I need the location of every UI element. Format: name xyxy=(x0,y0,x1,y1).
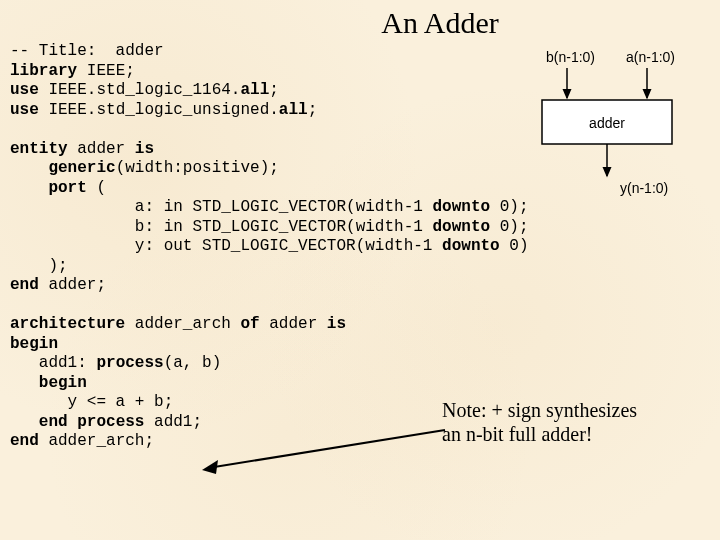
kw: begin xyxy=(10,335,58,353)
kw: downto xyxy=(432,218,490,236)
kw: use xyxy=(10,81,39,99)
kw: use xyxy=(10,101,39,119)
tok: ); xyxy=(10,257,68,275)
annotation-note: Note: + sign synthesizes an n-bit full a… xyxy=(442,398,702,446)
tok: IEEE.std_logic_unsigned. xyxy=(39,101,279,119)
tok: y: out STD_LOGIC_VECTOR(width-1 xyxy=(10,237,442,255)
kw: end process xyxy=(39,413,145,431)
note-line: an n-bit full adder! xyxy=(442,423,593,445)
tok: add1: xyxy=(10,354,96,372)
tok: (a, b) xyxy=(164,354,222,372)
kw: process xyxy=(96,354,163,372)
tok: 0) xyxy=(500,237,529,255)
kw: all xyxy=(240,81,269,99)
tok: ( xyxy=(87,179,106,197)
kw: begin xyxy=(39,374,87,392)
kw: generic xyxy=(48,159,115,177)
kw: of xyxy=(240,315,259,333)
tok: IEEE.std_logic_1164. xyxy=(39,81,241,99)
tok: adder_arch; xyxy=(39,432,154,450)
tok xyxy=(10,374,39,392)
tok: add1; xyxy=(144,413,202,431)
tok: (width:positive); xyxy=(116,159,279,177)
kw: all xyxy=(279,101,308,119)
kw: is xyxy=(327,315,346,333)
tok: IEEE; xyxy=(77,62,135,80)
page-title: An Adder xyxy=(0,0,720,42)
note-line: Note: + sign synthesizes xyxy=(442,399,637,421)
kw: library xyxy=(10,62,77,80)
tok: ; xyxy=(308,101,318,119)
tok: a: in STD_LOGIC_VECTOR(width-1 xyxy=(10,198,432,216)
kw: entity xyxy=(10,140,68,158)
tok: adder; xyxy=(39,276,106,294)
adder-block-diagram: b(n-1:0) a(n-1:0) adder y(n-1:0) xyxy=(512,48,692,208)
diagram-block-label: adder xyxy=(589,115,625,131)
tok: adder_arch xyxy=(125,315,240,333)
tok: 0); xyxy=(490,218,528,236)
kw: architecture xyxy=(10,315,125,333)
kw: end xyxy=(10,276,39,294)
tok xyxy=(10,413,39,431)
tok xyxy=(10,179,48,197)
kw: end xyxy=(10,432,39,450)
tok: adder xyxy=(260,315,327,333)
diagram-label-b: b(n-1:0) xyxy=(546,49,595,65)
tok: b: in STD_LOGIC_VECTOR(width-1 xyxy=(10,218,432,236)
kw: downto xyxy=(442,237,500,255)
tok: y <= a + b; xyxy=(10,393,173,411)
diagram-label-y: y(n-1:0) xyxy=(620,180,668,196)
tok: ; xyxy=(269,81,279,99)
tok xyxy=(10,159,48,177)
kw: is xyxy=(135,140,154,158)
kw: port xyxy=(48,179,86,197)
code-line: -- Title: adder xyxy=(10,42,164,60)
tok: adder xyxy=(68,140,135,158)
kw: downto xyxy=(432,198,490,216)
diagram-label-a: a(n-1:0) xyxy=(626,49,675,65)
